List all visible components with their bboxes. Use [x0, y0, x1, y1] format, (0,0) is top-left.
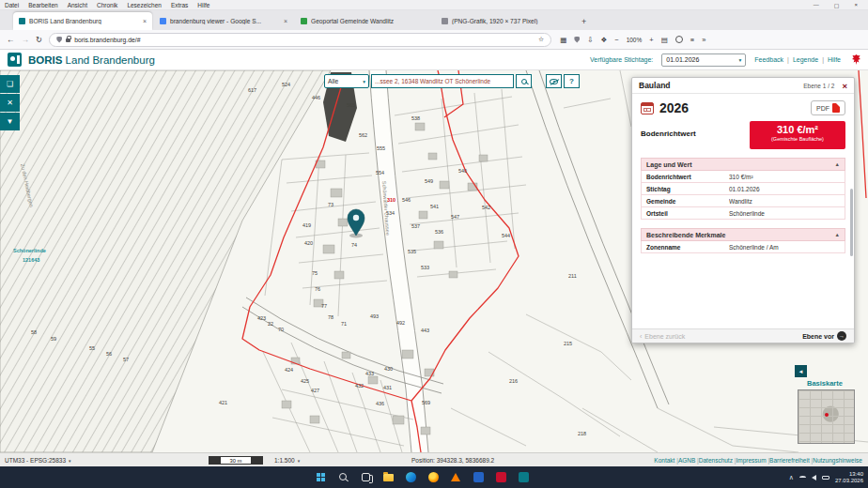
hidden-icons-chevron[interactable]: ∧ — [789, 474, 794, 481]
map-label: Schönerlinde — [13, 248, 46, 253]
tab-close-icon[interactable]: × — [284, 18, 287, 24]
row-label: Ortsteil — [646, 210, 729, 217]
chevron-down-icon: ▾ — [298, 458, 301, 464]
map-label: 524 — [282, 82, 290, 87]
section-beschreibende-merkmale[interactable]: Beschreibende Merkmale ▲ — [641, 228, 845, 241]
search-filter-dropdown[interactable]: Alle ▾ — [324, 74, 369, 88]
map-label: 431 — [383, 385, 392, 390]
menu-bearbeiten[interactable]: Bearbeiten — [28, 2, 57, 8]
menu-datei[interactable]: Datei — [5, 2, 19, 8]
app-menu-icon[interactable]: ≡ — [690, 36, 694, 44]
profile-icon[interactable] — [675, 36, 683, 43]
vlc-button[interactable] — [447, 468, 464, 485]
bookmark-star-icon[interactable]: ☆ — [538, 36, 544, 43]
tab-close-icon[interactable]: × — [143, 18, 147, 24]
kontakt-link[interactable]: Kontakt — [654, 457, 678, 464]
close-tool-button[interactable]: ✕ — [0, 94, 20, 112]
edge-button[interactable] — [402, 468, 419, 485]
map-label: 427 — [311, 388, 319, 393]
lock-icon[interactable] — [66, 38, 70, 42]
firefox-button[interactable] — [425, 468, 442, 485]
app-red-button[interactable] — [492, 468, 509, 485]
tab-geoportal[interactable]: Geoportal Gemeinde Wandlitz — [295, 12, 434, 30]
link-separator: | — [787, 56, 789, 63]
map-label: 75 — [312, 270, 318, 276]
ebene-forward-button[interactable]: Ebene vor → — [802, 331, 846, 341]
wifi-icon[interactable] — [799, 476, 806, 480]
windows-icon — [317, 473, 325, 481]
map-label: 121643 — [23, 257, 39, 263]
search-input[interactable]: ...ssee 2, 16348 Wandlitz OT Schönerlind… — [371, 74, 514, 88]
tab-png-grafik[interactable]: (PNG-Grafik, 1920 × 737 Pixel) — [436, 12, 575, 30]
window-minimize-button[interactable]: — — [814, 2, 819, 8]
map-label: 492 — [396, 320, 405, 326]
menu-ansicht[interactable]: Ansicht — [68, 2, 87, 8]
tracking-shield-icon[interactable] — [56, 37, 62, 43]
reload-button[interactable]: ↻ — [36, 35, 42, 44]
security-shield-icon[interactable] — [574, 37, 580, 43]
app-teal-button[interactable] — [515, 468, 532, 485]
taskbar-search-button[interactable] — [334, 468, 351, 485]
tab-boris[interactable]: BORIS Land Brandenburg × — [13, 12, 152, 30]
arrow-right-icon: → — [837, 331, 846, 341]
task-view-button[interactable] — [357, 468, 374, 485]
zoom-out-button[interactable]: − — [614, 36, 618, 44]
basemap-collapse-button[interactable]: ◄ — [795, 365, 807, 377]
app-blue-button[interactable] — [470, 468, 487, 485]
taskbar-clock[interactable]: 13:40 27.03.2026 — [835, 471, 863, 484]
datenschutz-link[interactable]: Datenschutz — [699, 457, 736, 464]
ebene-back-button[interactable]: ‹ Ebene zurück — [640, 333, 685, 340]
zoom-in-button[interactable]: + — [649, 36, 653, 44]
window-close-button[interactable]: × — [854, 2, 858, 8]
start-button[interactable] — [312, 468, 329, 485]
menu-lesezeichen[interactable]: Lesezeichen — [127, 2, 162, 8]
nutzungshinweise-link[interactable]: Nutzungshinweise — [813, 457, 862, 464]
feedback-link[interactable]: Feedback — [754, 56, 783, 63]
tab-favicon-boris — [19, 18, 25, 24]
panel-scrollbar[interactable] — [850, 189, 853, 256]
panel-close-button[interactable]: × — [842, 81, 847, 91]
help-button[interactable]: ? — [564, 74, 580, 88]
window-titlebar: Datei Bearbeiten Ansicht Chronik Lesezei… — [0, 0, 868, 10]
map-label: 77 — [321, 303, 327, 309]
task-view-icon — [362, 473, 370, 481]
downloads-icon[interactable]: ⇩ — [587, 36, 593, 44]
barrierefreiheit-link[interactable]: Barrierefreiheit — [769, 457, 813, 464]
window-maximize-button[interactable]: ▢ — [834, 2, 840, 8]
row-value: Schönerlinde — [729, 210, 840, 217]
basemap-thumbnail[interactable] — [798, 389, 855, 444]
crs-dropdown[interactable]: UTM33 - EPSG:25833 ▾ — [5, 457, 71, 464]
stichtag-select[interactable]: 01.01.2026 ▾ — [661, 53, 746, 67]
volume-icon[interactable] — [812, 475, 816, 480]
panel-row: Bodenrichtwert 310 €/m² — [641, 171, 845, 183]
impressum-link[interactable]: Impressum — [736, 457, 769, 464]
legende-link[interactable]: Legende — [793, 56, 818, 63]
layers-tool-button[interactable]: ❏ — [0, 75, 20, 93]
menu-extras[interactable]: Extras — [171, 2, 188, 8]
battery-icon[interactable] — [822, 476, 829, 480]
zoom-level[interactable]: 100% — [627, 37, 643, 43]
scale-ratio-dropdown[interactable]: 1:1.500 ▾ — [274, 457, 300, 464]
firefox-icon — [428, 472, 439, 482]
url-bar[interactable]: boris.brandenburg.de/# ☆ — [49, 33, 551, 47]
back-button[interactable]: ← — [7, 35, 15, 44]
menu-chronik[interactable]: Chronik — [97, 2, 117, 8]
sidebar-toggle-icon[interactable]: ▤ — [661, 36, 668, 44]
file-explorer-button[interactable] — [380, 468, 396, 485]
apps-grid-icon[interactable]: ▦ — [560, 36, 566, 44]
pdf-export-button[interactable]: PDF — [811, 100, 845, 115]
section-lage-und-wert[interactable]: Lage und Wert ▲ — [641, 158, 845, 171]
search-button[interactable] — [516, 74, 532, 88]
filter-tool-button[interactable]: ▼ — [0, 113, 20, 130]
extensions-puzzle-icon[interactable]: ❖ — [601, 36, 608, 44]
toggle-visibility-button[interactable] — [546, 74, 562, 88]
hilfe-link[interactable]: Hilfe — [828, 56, 841, 63]
new-tab-button[interactable]: + — [581, 17, 586, 26]
tab-brandenburg-viewer[interactable]: brandenburg viewer - Google S... × — [154, 12, 293, 30]
overflow-menu-icon[interactable]: » — [702, 36, 705, 44]
forward-button[interactable]: → — [22, 35, 30, 44]
url-text[interactable]: boris.brandenburg.de/# — [74, 37, 535, 43]
menu-hilfe[interactable]: Hilfe — [197, 2, 209, 8]
agnb-link[interactable]: AGNB — [678, 457, 699, 464]
section-title: Lage und Wert — [646, 161, 691, 168]
